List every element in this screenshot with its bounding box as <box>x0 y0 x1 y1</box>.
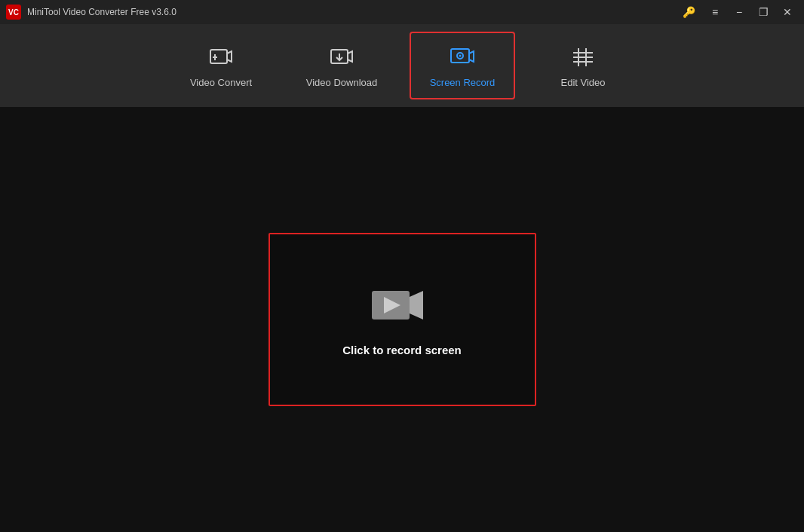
camera-icon-wrapper <box>372 283 432 329</box>
edit-video-icon <box>569 44 597 71</box>
app-logo: VC <box>6 5 21 20</box>
minimize-button[interactable]: − <box>729 4 750 20</box>
svg-point-7 <box>459 54 462 57</box>
restore-button[interactable]: ❐ <box>753 4 774 20</box>
record-area[interactable]: Click to record screen <box>269 233 536 406</box>
title-bar-left: VC MiniTool Video Converter Free v3.6.0 <box>6 5 176 20</box>
tab-video-convert[interactable]: Video Convert <box>168 32 274 99</box>
video-download-icon <box>328 44 355 71</box>
title-bar-controls: 🔑 ≡ − ❐ ✕ <box>683 4 798 20</box>
tab-screen-record[interactable]: Screen Record <box>410 32 515 99</box>
screen-record-icon <box>449 44 476 71</box>
close-button[interactable]: ✕ <box>777 4 798 20</box>
key-icon[interactable]: 🔑 <box>683 6 695 18</box>
tab-edit-video[interactable]: Edit Video <box>530 32 636 99</box>
title-text: MiniTool Video Converter Free v3.6.0 <box>27 7 176 17</box>
main-content: Click to record screen <box>0 107 804 532</box>
menu-button[interactable]: ≡ <box>704 4 726 20</box>
logo-text: VC <box>8 8 19 17</box>
tab-video-download[interactable]: Video Download <box>289 32 394 99</box>
tab-video-convert-label: Video Convert <box>190 77 252 88</box>
tab-edit-video-label: Edit Video <box>560 77 605 88</box>
record-camera-icon <box>372 283 432 329</box>
nav-bar: Video Convert Video Download Screen Reco… <box>0 24 804 107</box>
svg-marker-15 <box>410 291 423 320</box>
record-label: Click to record screen <box>342 344 462 356</box>
video-convert-icon <box>207 44 235 71</box>
tab-video-download-label: Video Download <box>306 77 377 88</box>
tab-screen-record-label: Screen Record <box>430 77 496 88</box>
title-bar: VC MiniTool Video Converter Free v3.6.0 … <box>0 0 804 24</box>
